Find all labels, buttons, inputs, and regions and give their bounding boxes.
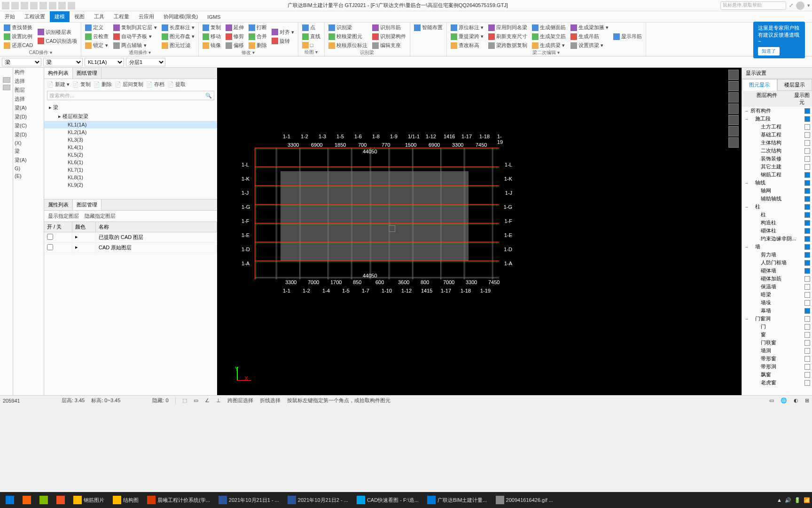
visibility-checkbox[interactable]: [804, 244, 810, 250]
ribbon-btn[interactable]: 延伸: [225, 24, 245, 32]
view-tool-icon[interactable]: [728, 103, 739, 114]
ribbon-btn[interactable]: 还原CAD: [3, 41, 34, 49]
visibility-checkbox[interactable]: [804, 372, 810, 378]
visibility-checkbox[interactable]: [804, 188, 810, 194]
display-row[interactable]: 构造柱: [742, 219, 812, 227]
qat-icon[interactable]: [21, 2, 28, 9]
ribbon-btn[interactable]: 智能布置: [413, 24, 444, 32]
component-tool[interactable]: 📄 层间复制: [115, 81, 143, 88]
visibility-checkbox[interactable]: [804, 284, 810, 290]
ribbon-btn[interactable]: 图元存盘 ▾: [161, 32, 195, 40]
visibility-checkbox[interactable]: [804, 108, 810, 114]
notif-icon[interactable]: ⤢: [789, 2, 793, 8]
ribbon-btn[interactable]: 识别梁构件: [371, 32, 407, 40]
expand-icon[interactable]: −: [744, 180, 750, 186]
ribbon-btn[interactable]: 复制到其它层 ▾: [112, 24, 157, 32]
ribbon-btn[interactable]: 重提梁跨 ▾: [450, 32, 484, 40]
visibility-checkbox[interactable]: [804, 276, 810, 282]
ribbon-btn[interactable]: 识别梁: [328, 24, 368, 32]
display-row[interactable]: 二次结构: [742, 147, 812, 155]
ribbon-btn[interactable]: 查改标高: [450, 41, 484, 49]
tab-properties[interactable]: 属性列表: [44, 199, 73, 210]
visibility-checkbox[interactable]: [804, 228, 810, 234]
view-tool-icon[interactable]: [728, 126, 739, 136]
ribbon-btn[interactable]: 生成拱梁 ▾: [531, 41, 567, 49]
ribbon-btn[interactable]: □: [301, 41, 321, 49]
display-row[interactable]: 带形洞: [742, 363, 812, 371]
layer-row[interactable]: ▸已提取的 CAD 图层: [44, 232, 217, 243]
display-row[interactable]: 其它土建: [742, 163, 812, 171]
ribbon-btn[interactable]: 应用到同名梁: [487, 24, 528, 32]
ribbon-btn[interactable]: 点: [301, 24, 321, 32]
polyline-select[interactable]: 折线选择: [260, 397, 281, 404]
display-row[interactable]: 暗梁: [742, 291, 812, 299]
display-row[interactable]: 窗: [742, 331, 812, 339]
menu-7[interactable]: 协同建模(限免): [159, 11, 203, 22]
visibility-checkbox[interactable]: [804, 324, 810, 330]
ribbon-btn[interactable]: 图元过滤: [161, 41, 195, 49]
tree-node[interactable]: KL3(3): [44, 136, 217, 143]
view-tool-icon[interactable]: [728, 70, 739, 80]
tray-icon[interactable]: 🔊: [785, 497, 791, 503]
display-row[interactable]: 轴网: [742, 187, 812, 195]
display-row[interactable]: −所有构件: [742, 107, 812, 115]
show-layer-button[interactable]: 显示指定图层: [48, 213, 79, 220]
visibility-checkbox[interactable]: [804, 260, 810, 266]
tab-floor-display[interactable]: 楼层显示: [777, 79, 812, 91]
display-row[interactable]: 砌体加筋: [742, 275, 812, 283]
tab-layer-mgmt[interactable]: 图层管理: [73, 199, 102, 210]
left-item[interactable]: 梁(A): [13, 103, 44, 112]
taskbar-item[interactable]: [53, 493, 69, 507]
display-row[interactable]: 带形窗: [742, 355, 812, 363]
ribbon-btn[interactable]: 刷新支座尺寸: [487, 32, 528, 40]
expand-icon[interactable]: −: [744, 204, 750, 210]
ribbon-btn[interactable]: 查找替换: [3, 24, 34, 32]
component-tool[interactable]: 📄 存档: [146, 81, 164, 88]
view-tool-icon[interactable]: [728, 92, 739, 103]
status-tool-icon[interactable]: ▭: [194, 397, 198, 404]
display-row[interactable]: 砌体柱: [742, 227, 812, 235]
visibility-checkbox[interactable]: [804, 252, 810, 258]
display-row[interactable]: 幕墙: [742, 307, 812, 315]
left-item[interactable]: 梁(A): [13, 156, 44, 165]
visibility-checkbox[interactable]: [804, 332, 810, 338]
ribbon-btn[interactable]: 对齐 ▾: [271, 28, 295, 36]
taskbar-item[interactable]: 2021年10月21日2 - ...: [284, 493, 352, 507]
ribbon-btn[interactable]: 复制: [202, 24, 222, 32]
visibility-checkbox[interactable]: [804, 180, 810, 186]
viewmode-icon[interactable]: [3, 77, 10, 83]
visibility-checkbox[interactable]: [804, 308, 810, 314]
left-item[interactable]: 梁(D): [13, 130, 44, 139]
visibility-checkbox[interactable]: [804, 156, 810, 162]
visibility-checkbox[interactable]: [804, 140, 810, 146]
view-tool-icon[interactable]: [728, 137, 739, 148]
ribbon-btn[interactable]: 修剪: [225, 32, 245, 40]
menu-1[interactable]: 工程设置: [20, 11, 50, 22]
visibility-checkbox[interactable]: [804, 164, 810, 170]
tree-node[interactable]: KL8(1): [44, 174, 217, 181]
component-tool[interactable]: 📄 删除: [94, 81, 112, 88]
visibility-checkbox[interactable]: [804, 132, 810, 138]
qat-icon[interactable]: [68, 2, 75, 9]
ribbon-btn[interactable]: 梁跨数据复制: [487, 41, 528, 49]
display-row[interactable]: −墙: [742, 243, 812, 251]
ribbon-btn[interactable]: 两点辅轴 ▾: [112, 41, 157, 49]
status-tool-icon[interactable]: ⊥: [216, 397, 221, 404]
viewmode-icon[interactable]: [3, 85, 10, 90]
taskbar-item[interactable]: 晨曦工程计价系统(学...: [143, 493, 214, 507]
tab-component-list[interactable]: 构件列表: [44, 68, 73, 79]
layer-row[interactable]: ▸CAD 原始图层: [44, 243, 217, 253]
taskbar-item[interactable]: 结构图: [109, 493, 142, 507]
display-row[interactable]: 土方工程: [742, 123, 812, 131]
display-row[interactable]: 门: [742, 323, 812, 331]
menu-5[interactable]: 工程量: [109, 11, 134, 22]
ribbon-btn[interactable]: 定义: [84, 24, 109, 32]
taskbar-item[interactable]: 2021年10月21日1 - ...: [215, 493, 283, 507]
visibility-checkbox[interactable]: [804, 116, 810, 122]
ribbon-btn[interactable]: 编辑支座: [371, 41, 407, 49]
expand-icon[interactable]: −: [744, 244, 750, 250]
display-row[interactable]: 基础工程: [742, 131, 812, 139]
ribbon-btn[interactable]: CAD识别选项: [37, 37, 78, 45]
status-right-icon[interactable]: 🌐: [781, 397, 787, 404]
ribbon-btn[interactable]: 镜像: [202, 41, 222, 49]
